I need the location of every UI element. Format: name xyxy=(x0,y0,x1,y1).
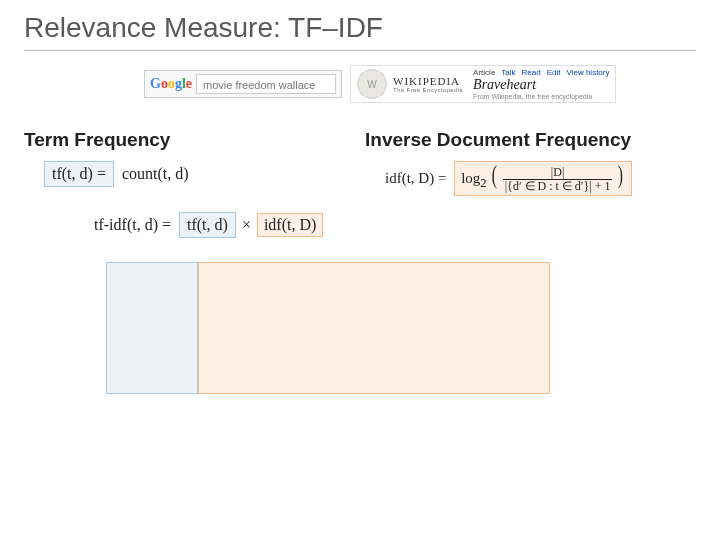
wikipedia-tab-edit: Edit xyxy=(547,68,561,77)
idf-rparen: ) xyxy=(618,164,623,186)
google-query-input: movie freedom wallace xyxy=(196,74,336,94)
wikipedia-tabs: Article Talk Read Edit View history xyxy=(473,68,609,77)
tf-heading: Term Frequency xyxy=(24,129,355,151)
idf-illustration-box xyxy=(198,262,550,394)
logo-row: Google movie freedom wallace W WIKIPEDIA… xyxy=(144,65,696,103)
tfidf-lhs: tf-idf(t, d) = xyxy=(94,216,171,234)
idf-log-base: 2 xyxy=(480,176,486,190)
idf-numerator: |D| xyxy=(549,166,566,179)
tf-column: Term Frequency tf(t, d) = count(t, d) xyxy=(24,129,355,196)
idf-rhs-box: log2 ( |D| |{d′ ∈ D : t ∈ d′}| + 1 ) xyxy=(454,161,632,196)
tf-lhs: tf(t, d) = xyxy=(52,165,106,182)
wikipedia-tab-history: View history xyxy=(567,68,610,77)
wikipedia-tab-read: Read xyxy=(522,68,541,77)
tf-illustration-box xyxy=(106,262,198,394)
idf-formula: idf(t, D) = log2 ( |D| |{d′ ∈ D : t ∈ d′… xyxy=(385,161,696,196)
idf-column: Inverse Document Frequency idf(t, D) = l… xyxy=(365,129,696,196)
wikipedia-wordmark: WIKIPEDIA xyxy=(393,75,463,87)
wikipedia-from-label: From Wikipedia, the free encyclopedia xyxy=(473,93,609,100)
tf-lhs-box: tf(t, d) = xyxy=(44,161,114,187)
idf-heading: Inverse Document Frequency xyxy=(365,129,696,151)
formula-columns: Term Frequency tf(t, d) = count(t, d) In… xyxy=(24,129,696,196)
illustration-boxes xyxy=(106,262,696,394)
google-search-box: Google movie freedom wallace xyxy=(144,70,342,98)
tfidf-times: × xyxy=(238,216,255,234)
slide-title: Relevance Measure: TF–IDF xyxy=(24,12,696,51)
tfidf-tf-box: tf(t, d) xyxy=(179,212,236,238)
wikipedia-tab-talk: Talk xyxy=(501,68,515,77)
idf-denominator: |{d′ ∈ D : t ∈ d′}| + 1 xyxy=(503,179,613,193)
wikipedia-globe-icon: W xyxy=(357,69,387,99)
wikipedia-box: W WIKIPEDIA The Free Encyclopedia Articl… xyxy=(350,65,616,103)
idf-lparen: ( xyxy=(492,164,497,186)
tfidf-idf-box: idf(t, D) xyxy=(257,213,323,237)
idf-fraction: |D| |{d′ ∈ D : t ∈ d′}| + 1 xyxy=(503,166,613,193)
idf-log: log xyxy=(461,170,480,186)
idf-lhs: idf(t, D) = xyxy=(385,170,446,187)
google-logo: Google xyxy=(150,76,192,92)
wikipedia-tab-article: Article xyxy=(473,68,495,77)
tf-rhs: count(t, d) xyxy=(122,165,189,183)
wikipedia-article-title: Braveheart xyxy=(473,77,609,93)
wikipedia-tagline: The Free Encyclopedia xyxy=(393,87,463,93)
tf-formula: tf(t, d) = count(t, d) xyxy=(44,161,355,187)
tfidf-formula: tf-idf(t, d) = tf(t, d) × idf(t, D) xyxy=(94,212,696,238)
